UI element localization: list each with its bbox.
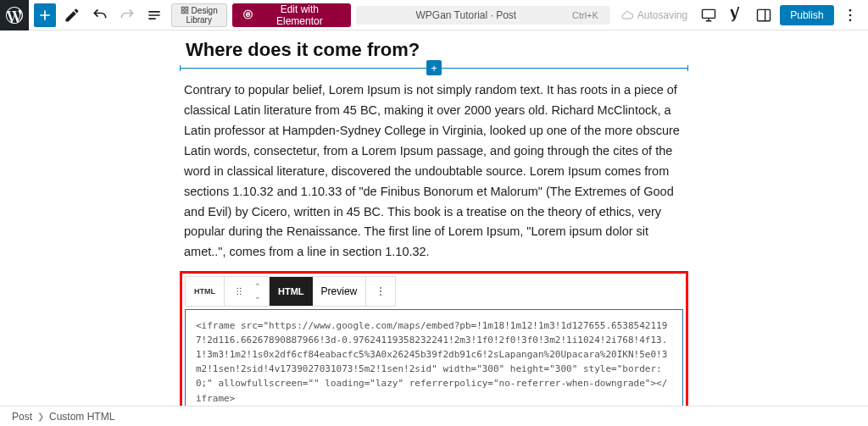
block-inserter-line[interactable]: + [180, 68, 688, 69]
breadcrumb: Post ❯ Custom HTML [0, 406, 868, 426]
plus-icon: + [426, 60, 442, 75]
command-shortcut: Ctrl+K [572, 10, 598, 20]
design-library-label-2: Library [186, 15, 212, 25]
svg-rect-4 [703, 9, 715, 18]
custom-html-block-highlighted: HTML ⌃ ⌄ HTML Preview [180, 271, 688, 419]
redo-icon [119, 7, 136, 24]
drag-handle[interactable] [228, 277, 250, 306]
block-options-button[interactable] [370, 277, 392, 306]
desktop-icon [700, 7, 717, 24]
yoast-button[interactable] [726, 3, 748, 27]
list-view-icon [146, 7, 163, 24]
design-library-button[interactable]: Design Library [171, 3, 227, 27]
plus-icon [36, 7, 53, 24]
sidebar-icon [755, 7, 772, 24]
move-down-button[interactable]: ⌄ [250, 291, 265, 302]
svg-rect-5 [758, 9, 771, 20]
svg-point-12 [240, 291, 242, 293]
svg-point-8 [849, 19, 851, 21]
breadcrumb-root[interactable]: Post [12, 411, 32, 423]
kebab-icon [842, 7, 859, 24]
move-up-button[interactable]: ⌃ [250, 281, 265, 291]
block-type-label[interactable]: HTML [189, 287, 220, 296]
svg-point-7 [849, 14, 851, 16]
elementor-label: Edit with Elementor [259, 3, 341, 27]
block-inserter-button[interactable] [34, 3, 56, 27]
html-code-textarea[interactable]: <iframe src="https://www.google.com/maps… [185, 309, 683, 414]
tab-html[interactable]: HTML [270, 277, 313, 306]
autosave-status: Autosaving [620, 8, 687, 22]
block-toolbar: HTML ⌃ ⌄ HTML Preview [185, 276, 396, 307]
editor-topbar: Design Library ⓔ Edit with Elementor WPG… [0, 0, 868, 30]
kebab-icon [375, 285, 387, 297]
svg-point-13 [236, 294, 238, 296]
svg-point-6 [849, 8, 851, 11]
view-desktop-button[interactable] [698, 3, 720, 27]
cloud-icon [620, 8, 634, 22]
paragraph-block[interactable]: Contrary to popular belief, Lorem Ipsum … [184, 80, 684, 263]
wordpress-icon [6, 7, 23, 24]
svg-point-15 [380, 287, 381, 289]
svg-rect-1 [185, 7, 187, 9]
undo-button[interactable] [89, 3, 111, 27]
svg-point-9 [236, 288, 238, 290]
pencil-icon [64, 7, 81, 24]
wordpress-logo[interactable] [0, 0, 29, 30]
options-button[interactable] [839, 3, 861, 27]
document-title: WPGan Tutorial · Post [415, 9, 516, 21]
elementor-icon: ⓔ [242, 9, 253, 21]
svg-rect-3 [185, 11, 187, 14]
svg-point-11 [236, 291, 238, 293]
command-palette-button[interactable]: WPGan Tutorial · Post Ctrl+K [356, 6, 610, 25]
svg-point-10 [240, 288, 242, 290]
document-overview-button[interactable] [143, 3, 165, 27]
grid-icon [181, 6, 189, 14]
editor-canvas: Where does it come from? + Contrary to p… [0, 30, 868, 426]
design-library-label-1: Design [192, 6, 218, 15]
yoast-icon [728, 7, 745, 24]
drag-icon [233, 285, 245, 297]
svg-point-14 [240, 294, 242, 296]
undo-icon [92, 7, 108, 24]
svg-point-16 [380, 290, 381, 292]
breadcrumb-current[interactable]: Custom HTML [49, 411, 114, 423]
edit-mode-button[interactable] [61, 3, 83, 27]
redo-button[interactable] [116, 3, 138, 27]
heading-block[interactable]: Where does it come from? [184, 39, 684, 61]
tab-preview[interactable]: Preview [313, 277, 366, 306]
publish-button[interactable]: Publish [780, 5, 833, 25]
document-title-bar: WPGan Tutorial · Post Ctrl+K [356, 6, 610, 25]
svg-point-17 [380, 294, 381, 296]
edit-with-elementor-button[interactable]: ⓔ Edit with Elementor [232, 3, 351, 27]
svg-rect-0 [181, 7, 184, 9]
settings-toggle-button[interactable] [753, 3, 775, 27]
svg-rect-2 [181, 11, 184, 14]
chevron-right-icon: ❯ [37, 412, 44, 421]
autosave-label: Autosaving [637, 9, 687, 21]
